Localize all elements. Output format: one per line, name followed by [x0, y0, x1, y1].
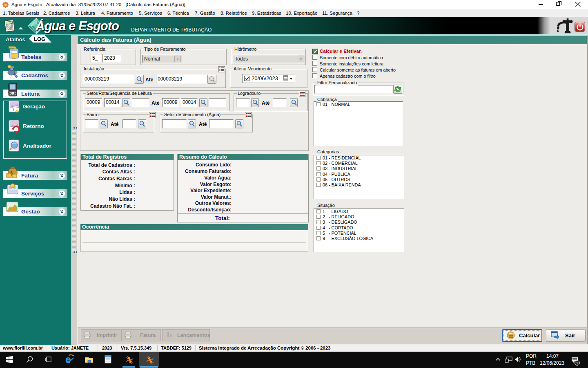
svg-text:e: e	[65, 354, 71, 365]
